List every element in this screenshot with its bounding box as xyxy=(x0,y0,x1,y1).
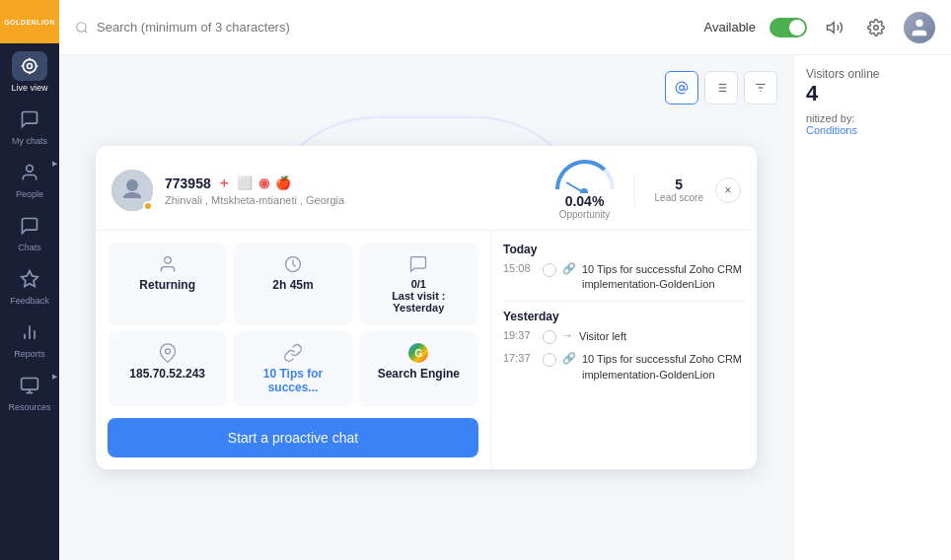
app-logo: GOLDENLION xyxy=(0,0,59,43)
visitors-online-label: Visitors online xyxy=(806,67,939,81)
toolbar-row xyxy=(75,71,777,105)
page-value[interactable]: 10 Tips for succes... xyxy=(241,367,344,394)
opportunity-gauge: 0.04% Opportunity xyxy=(555,160,615,220)
svg-point-33 xyxy=(165,349,170,354)
resources-expand-icon: ▶ xyxy=(52,373,57,381)
sidebar-item-feedback[interactable]: Feedback xyxy=(0,256,59,310)
close-card-button[interactable]: × xyxy=(715,177,741,203)
filter-button[interactable] xyxy=(744,71,777,105)
lead-score-value: 5 xyxy=(655,176,703,192)
card-stats-left: Returning 2h 45m xyxy=(96,231,490,469)
svg-line-15 xyxy=(85,30,88,33)
metrics-divider xyxy=(634,173,635,208)
header: Available xyxy=(59,0,951,55)
windows-icon: ⬜ xyxy=(237,175,253,190)
svg-point-31 xyxy=(164,257,171,264)
gauge-visual xyxy=(555,160,615,193)
svg-point-30 xyxy=(126,179,138,191)
at-button[interactable] xyxy=(665,71,698,105)
visitor-id-row: 773958 ＋ ⬜ ◉ 🍎 xyxy=(165,175,544,192)
stats-grid: Returning 2h 45m xyxy=(108,243,478,406)
stat-page: 10 Tips for succes... xyxy=(233,331,352,406)
sidebar-item-chats[interactable]: Chats xyxy=(0,203,59,256)
content-area: 773958 ＋ ⬜ ◉ 🍎 Zhinvali , Mtskheta-mtian… xyxy=(59,55,951,560)
sidebar: GOLDENLION Live view My chats Peopl xyxy=(0,0,59,560)
main-content: Available xyxy=(59,0,951,560)
proactive-chat-button[interactable]: Start a proactive chat xyxy=(108,418,478,457)
timeline-item-1937: 19:37 → Visitor left xyxy=(503,329,745,344)
visitor-left-icon: → xyxy=(562,329,573,341)
sidebar-label-live-view: Live view xyxy=(11,83,47,93)
search-engine-label: Search Engine xyxy=(378,367,460,381)
today-label: Today xyxy=(503,243,745,256)
link-icon-1737: 🔗 xyxy=(562,352,576,365)
event-time-1508: 15:08 xyxy=(503,262,537,274)
sidebar-item-resources[interactable]: Resources ▶ xyxy=(0,363,59,416)
search-box xyxy=(75,20,692,35)
clock-icon xyxy=(283,254,303,274)
svg-marker-7 xyxy=(22,271,38,287)
card-timeline: Today 15:08 🔗 10 Tips for successful Zoh… xyxy=(490,231,757,469)
svg-point-17 xyxy=(874,25,879,30)
link-icon-1508: 🔗 xyxy=(562,262,576,275)
card-metrics: 0.04% Opportunity 5 Lead score xyxy=(555,160,703,220)
card-header: 773958 ＋ ⬜ ◉ 🍎 Zhinvali , Mtskheta-mtian… xyxy=(96,146,757,231)
ip-value: 185.70.52.243 xyxy=(129,367,205,381)
svg-marker-16 xyxy=(828,22,835,33)
last-visit-value: 0/1 Last visit : Yesterday xyxy=(392,278,445,314)
sidebar-label-chats: Chats xyxy=(18,243,41,252)
card-body: Returning 2h 45m xyxy=(96,231,757,469)
timeline-item-1737: 17:37 🔗 10 Tips for successful Zoho CRM … xyxy=(503,352,745,383)
stat-search-engine: G Search Engine xyxy=(359,331,478,406)
svg-point-18 xyxy=(915,19,922,26)
list-view-button[interactable] xyxy=(704,71,738,105)
live-view-area: 773958 ＋ ⬜ ◉ 🍎 Zhinvali , Mtskheta-mtian… xyxy=(59,55,793,560)
svg-point-1 xyxy=(28,64,33,69)
gauge-dot xyxy=(580,188,588,193)
google-icon: G xyxy=(408,343,428,363)
event-dot-1937 xyxy=(543,330,556,344)
sidebar-label-reports: Reports xyxy=(14,349,45,359)
chat-bubble-icon xyxy=(408,254,428,274)
timeline-item-1508: 15:08 🔗 10 Tips for successful Zoho CRM … xyxy=(503,262,745,293)
visitor-card: 773958 ＋ ⬜ ◉ 🍎 Zhinvali , Mtskheta-mtian… xyxy=(96,146,757,469)
search-input[interactable] xyxy=(97,20,353,35)
time-value: 2h 45m xyxy=(272,278,313,292)
opportunity-label: Opportunity xyxy=(559,209,611,220)
sidebar-item-people[interactable]: People ▶ xyxy=(0,150,59,203)
returning-label: Returning xyxy=(139,278,195,292)
sidebar-item-reports[interactable]: Reports xyxy=(0,310,59,363)
online-status-dot xyxy=(143,201,153,211)
svg-point-14 xyxy=(77,22,86,31)
visitor-avatar xyxy=(111,170,153,211)
lead-score-label: Lead score xyxy=(655,192,703,203)
available-label: Available xyxy=(703,20,756,35)
svg-point-0 xyxy=(23,59,36,72)
chrome-icon: ◉ xyxy=(258,175,269,190)
sidebar-item-live-view[interactable]: Live view xyxy=(0,43,59,97)
volume-icon[interactable] xyxy=(821,14,848,41)
returning-icon xyxy=(158,254,178,274)
user-avatar[interactable] xyxy=(904,12,935,43)
conditions-link[interactable]: Conditions xyxy=(806,124,857,136)
opportunity-value: 0.04% xyxy=(565,193,605,209)
stat-time: 2h 45m xyxy=(233,243,352,325)
svg-rect-11 xyxy=(22,379,38,390)
people-expand-icon: ▶ xyxy=(52,160,57,168)
visitor-card-wrapper: 773958 ＋ ⬜ ◉ 🍎 Zhinvali , Mtskheta-mtian… xyxy=(75,116,777,469)
stat-last-visit: 0/1 Last visit : Yesterday xyxy=(359,243,478,325)
available-toggle[interactable] xyxy=(769,18,807,37)
sidebar-item-my-chats[interactable]: My chats xyxy=(0,97,59,150)
link-icon xyxy=(283,343,303,363)
event-text-1937: Visitor left xyxy=(579,329,626,344)
sidebar-label-resources: Resources xyxy=(8,402,50,412)
svg-point-19 xyxy=(680,86,685,91)
settings-icon[interactable] xyxy=(862,14,890,41)
monitored-by-label: nitized by: Conditions xyxy=(806,112,939,136)
avatar-image xyxy=(904,12,935,43)
visitor-location: Zhinvali , Mtskheta-mtianeti , Georgia xyxy=(165,194,544,206)
apple-icon: 🍎 xyxy=(275,175,291,190)
monitored-text: nitized by: xyxy=(806,112,855,124)
svg-point-6 xyxy=(27,166,34,173)
event-dot-1508 xyxy=(543,263,556,277)
